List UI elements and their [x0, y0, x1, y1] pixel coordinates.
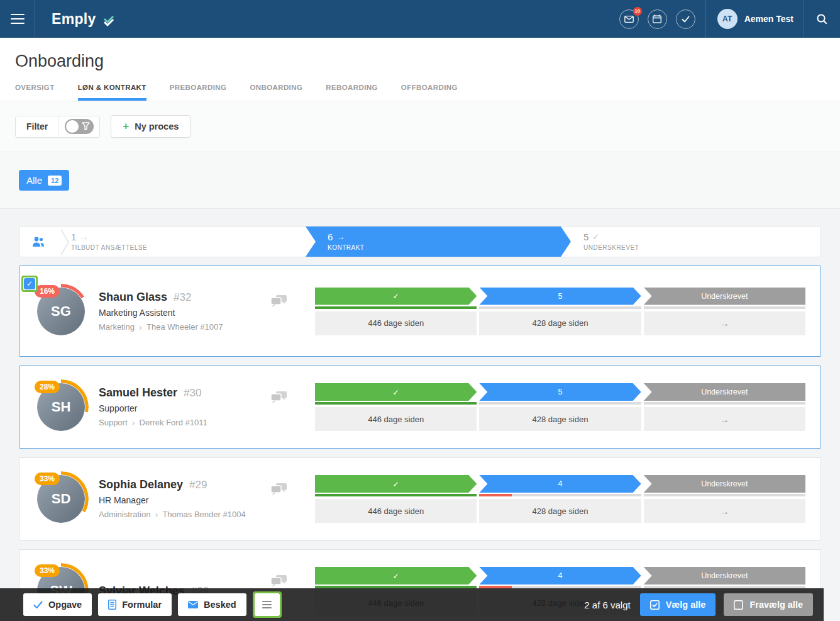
- tab[interactable]: OVERSIGT: [15, 84, 55, 101]
- document-icon: [108, 600, 116, 610]
- avatar: SG 16%: [37, 288, 85, 335]
- employee-info: Shaun Glass #32 Marketing Assistent Mark…: [99, 291, 267, 332]
- next-step-arrow[interactable]: →: [644, 311, 805, 335]
- time-since: 446 dage siden: [315, 407, 477, 431]
- segment-times: 446 dage siden 428 dage siden →: [315, 407, 805, 431]
- new-process-button[interactable]: + Ny proces: [111, 115, 191, 138]
- manager: Thea Wheeler #1007: [146, 322, 223, 332]
- segment-times: 446 dage siden 428 dage siden →: [315, 499, 805, 523]
- segment-pending[interactable]: Underskrevet: [644, 383, 805, 401]
- calendar-icon[interactable]: [648, 9, 667, 29]
- check-icon: [33, 601, 43, 608]
- select-all-button[interactable]: Vælg alle: [640, 593, 716, 616]
- step-label: UNDERSKREVET: [583, 244, 639, 251]
- annotation-highlight: ✓: [21, 276, 38, 292]
- arrow-icon: →: [336, 232, 345, 242]
- segment-current[interactable]: 5: [479, 383, 641, 401]
- toggle-knob: [66, 120, 79, 133]
- message-button[interactable]: Besked: [178, 593, 246, 616]
- selection-count: 2 af 6 valgt: [584, 600, 630, 610]
- page-header: Onboarding OVERSIGT LØN & KONTRAKT PREBO…: [0, 38, 840, 101]
- user-menu[interactable]: AT Aemen Test: [717, 9, 793, 29]
- tab-label: REBOARDING: [326, 84, 378, 91]
- user-name: Aemen Test: [744, 14, 793, 24]
- arrow-icon: →: [80, 232, 88, 242]
- step-tilbudt-ansaettelse[interactable]: 1→ TILBUDT ANSÆTTELSE: [71, 232, 147, 251]
- manager: Derrek Ford #1011: [140, 418, 207, 427]
- tab[interactable]: ONBOARDING: [250, 84, 302, 101]
- employee-card[interactable]: SD 33% Sophia Delaney #29 HR Manager Adm…: [19, 457, 821, 540]
- segment-current[interactable]: 5: [479, 288, 641, 305]
- tab[interactable]: REBOARDING: [326, 84, 378, 101]
- progress-badge: 16%: [35, 285, 60, 298]
- step-underskrevet[interactable]: 5✓ UNDERSKREVET: [583, 232, 639, 251]
- form-button[interactable]: Formular: [98, 593, 172, 616]
- step-label: KONTRAKT: [328, 244, 364, 251]
- tab-label: OFFBOARDING: [401, 84, 458, 91]
- selection-controls: 2 af 6 valgt Vælg alle Fravælg alle: [584, 593, 824, 616]
- toolbar: Filter + Ny proces: [0, 101, 840, 152]
- navbar-divider: [705, 0, 706, 38]
- deselect-all-button[interactable]: Fravælg alle: [724, 593, 813, 616]
- segment-done[interactable]: ✓: [315, 475, 477, 493]
- tab[interactable]: LØN & KONTRAKT: [78, 84, 146, 101]
- segment-done[interactable]: ✓: [315, 288, 477, 305]
- employee-card[interactable]: SH 28% Samuel Hester #30 Supporter Suppo…: [19, 366, 821, 449]
- employee-info: Samuel Hester #30 Supporter Support › De…: [99, 386, 267, 428]
- filter-toggle[interactable]: [58, 116, 99, 137]
- segment-current[interactable]: 4: [479, 475, 641, 493]
- comments-icon[interactable]: [271, 391, 292, 406]
- filter-chip-alle[interactable]: Alle 12: [19, 170, 69, 191]
- time-since: 428 dage siden: [479, 407, 641, 431]
- underline: [479, 402, 641, 405]
- step-kontrakt[interactable]: 6→ KONTRAKT: [328, 232, 364, 251]
- card-progress: ✓ 5 Underskrevet 446 dage siden 428 dage…: [315, 383, 805, 431]
- time-since: 428 dage siden: [479, 499, 641, 523]
- avatar: SH 28%: [37, 383, 85, 431]
- segment-done[interactable]: ✓: [315, 567, 477, 585]
- progress-badge: 33%: [35, 564, 60, 577]
- process-stepper: 1→ TILBUDT ANSÆTTELSE 6→ KONTRAKT 5✓ UND…: [19, 226, 821, 257]
- segment-done[interactable]: ✓: [315, 383, 477, 401]
- card-checkbox[interactable]: ✓: [24, 278, 35, 289]
- page-title: Onboarding: [15, 52, 840, 71]
- segment-current[interactable]: 4: [479, 567, 641, 585]
- chip-label: Alle: [26, 175, 42, 186]
- more-actions-button[interactable]: [255, 593, 280, 616]
- messages-icon[interactable]: 10: [619, 9, 639, 29]
- chevron-icon: ›: [155, 509, 158, 520]
- menu-icon[interactable]: [0, 0, 35, 38]
- segment-pending[interactable]: Underskrevet: [644, 288, 805, 305]
- segment-underlines: [315, 306, 805, 309]
- employee-name: Shaun Glass: [99, 291, 167, 304]
- search-icon[interactable]: [804, 0, 840, 38]
- breadcrumb: Administration › Thomas Bender #1004: [99, 509, 267, 520]
- employee-info: Sophia Delaney #29 HR Manager Administra…: [99, 478, 267, 520]
- breadcrumb: Marketing › Thea Wheeler #1007: [99, 322, 267, 332]
- segment-pending[interactable]: Underskrevet: [644, 567, 805, 585]
- employee-card[interactable]: ✓ SG 16% Shaun Glass #32 Marketing Assis…: [19, 266, 821, 357]
- tab-label: LØN & KONTRAKT: [78, 84, 146, 91]
- next-step-arrow[interactable]: →: [644, 407, 805, 431]
- checkbox-empty-icon: [734, 600, 743, 610]
- underline: [644, 494, 805, 496]
- segment-underlines: [315, 494, 805, 496]
- tab-bar: OVERSIGT LØN & KONTRAKT PREBOARDING ONBO…: [15, 84, 840, 101]
- step-count: 5: [583, 232, 589, 242]
- underline: [644, 402, 805, 405]
- chevron-icon: ›: [139, 322, 142, 332]
- comments-icon[interactable]: [271, 295, 292, 310]
- main-content: 1→ TILBUDT ANSÆTTELSE 6→ KONTRAKT 5✓ UND…: [0, 209, 840, 621]
- arrow-icon: →: [720, 506, 729, 517]
- chevron-separator-icon: [60, 228, 70, 256]
- comments-icon[interactable]: [271, 483, 292, 498]
- app-logo[interactable]: Emply: [52, 10, 116, 28]
- tab[interactable]: OFFBOARDING: [401, 84, 458, 101]
- task-button[interactable]: Opgave: [23, 593, 92, 616]
- segment-pending[interactable]: Underskrevet: [644, 475, 805, 493]
- tasks-check-icon[interactable]: [676, 9, 695, 29]
- step-label: TILBUDT ANSÆTTELSE: [71, 244, 147, 251]
- tab[interactable]: PREBOARDING: [170, 84, 227, 101]
- employee-role: Supporter: [99, 403, 267, 413]
- next-step-arrow[interactable]: →: [644, 499, 805, 523]
